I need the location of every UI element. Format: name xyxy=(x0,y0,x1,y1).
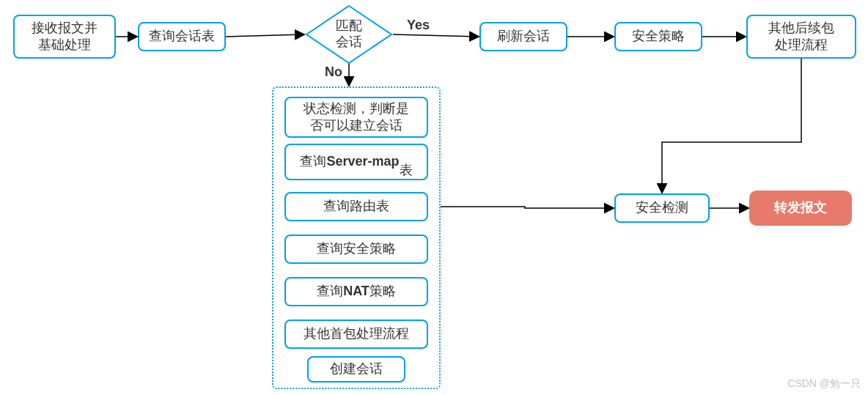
node-security-policy: 安全策略 xyxy=(614,22,702,51)
node-other-followup: 其他后续包处理流程 xyxy=(746,15,856,59)
node-query-route: 查询路由表 xyxy=(284,192,428,221)
node-query-session-table: 查询会话表 xyxy=(138,22,226,51)
node-query-sec-policy: 查询安全策略 xyxy=(284,235,428,264)
svg-line-3 xyxy=(393,34,478,37)
node-state-check: 状态检测，判断是否可以建立会话 xyxy=(284,97,428,138)
label-yes: Yes xyxy=(407,18,430,33)
svg-line-2 xyxy=(226,34,304,37)
node-create-session: 创建会话 xyxy=(307,356,405,383)
node-other-first-packet: 其他首包处理流程 xyxy=(284,320,428,349)
node-security-check: 安全检测 xyxy=(614,193,710,223)
node-refresh-session: 刷新会话 xyxy=(479,22,567,51)
node-receive-packet: 接收报文并基础处理 xyxy=(13,15,116,59)
node-match-session-decision: 匹配会话 xyxy=(305,4,393,64)
label-no: No xyxy=(325,64,342,80)
match-session-label: 匹配会话 xyxy=(336,18,362,50)
node-server-map: 查询Server-map表 xyxy=(284,144,428,180)
node-query-nat: 查询NAT策略 xyxy=(284,277,428,306)
node-forward-packet: 转发报文 xyxy=(749,191,852,226)
watermark: CSDN @勉一只 xyxy=(787,377,861,391)
